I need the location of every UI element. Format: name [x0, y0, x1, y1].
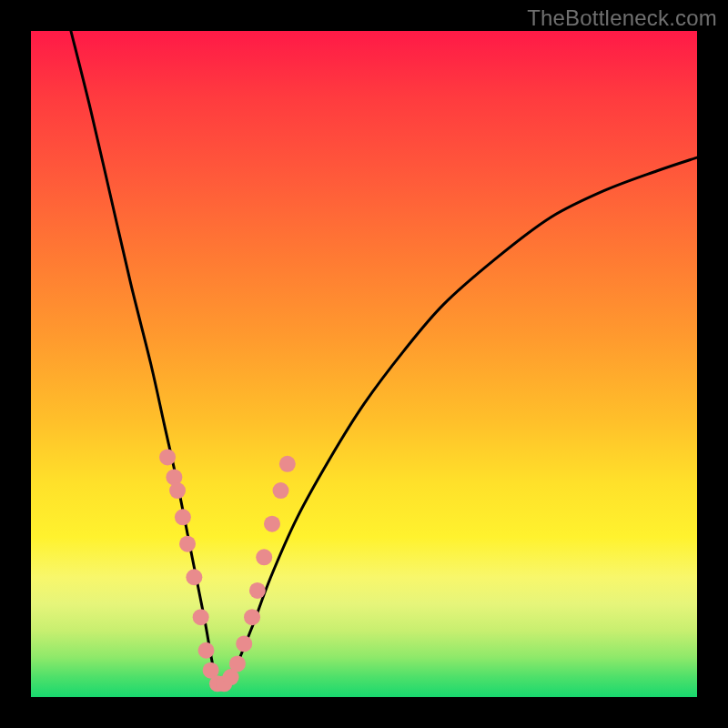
sample-marker — [179, 536, 196, 552]
sample-marker — [159, 449, 176, 465]
watermark-text: TheBottleneck.com — [527, 5, 717, 31]
sample-marker — [264, 516, 280, 532]
plot-area — [31, 31, 697, 697]
sample-marker — [273, 482, 289, 499]
chart-frame: TheBottleneck.com — [0, 0, 728, 728]
bottleneck-curve — [71, 31, 697, 689]
curve-layer — [31, 31, 697, 697]
sample-marker — [249, 582, 266, 599]
sample-marker — [193, 609, 209, 625]
sample-marker — [198, 642, 215, 659]
sample-markers — [159, 449, 296, 692]
sample-marker — [279, 456, 296, 472]
sample-marker — [236, 635, 252, 652]
sample-marker — [186, 569, 202, 585]
sample-marker — [175, 509, 191, 525]
sample-marker — [169, 482, 186, 499]
sample-marker — [229, 655, 246, 672]
sample-marker — [244, 609, 260, 625]
sample-marker — [256, 549, 272, 565]
